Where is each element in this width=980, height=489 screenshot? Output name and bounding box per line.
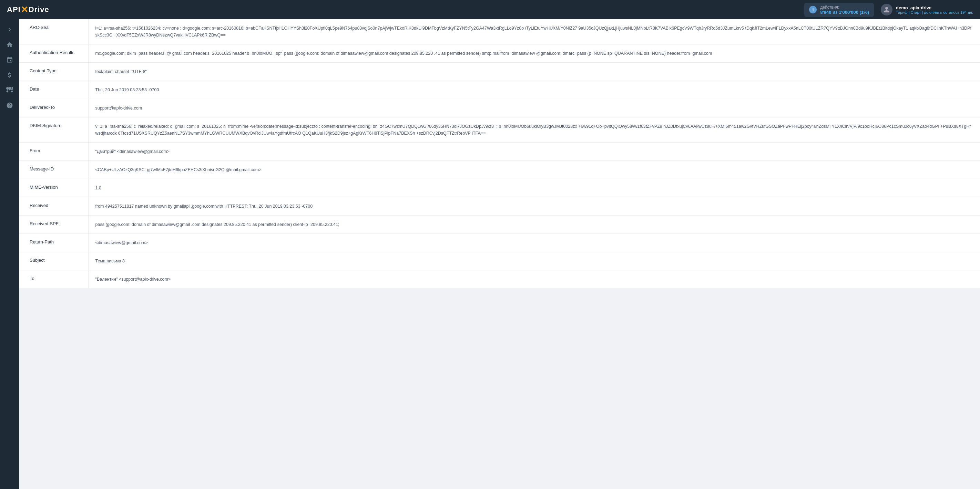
header-field-value: <dimasawiew@gmail.com> bbox=[88, 234, 980, 252]
table-row: MIME-Version1.0 bbox=[19, 179, 980, 197]
info-icon: i bbox=[809, 6, 817, 13]
table-row: To"Валентин" <support@apix-drive.com> bbox=[19, 270, 980, 289]
sidebar bbox=[0, 19, 19, 489]
sidebar-item-navigate[interactable] bbox=[3, 23, 16, 37]
logo-x: ✕ bbox=[21, 5, 29, 15]
email-headers-table: ARC-Seali=1; a=rsa-sha256; t=1561026234;… bbox=[19, 19, 980, 288]
user-name: demo_apix-drive bbox=[896, 5, 973, 10]
main-content: ARC-Seali=1; a=rsa-sha256; t=1561026234;… bbox=[19, 19, 980, 489]
header-field-value: "Валентин" <support@apix-drive.com> bbox=[88, 270, 980, 289]
logo: API✕Drive bbox=[7, 5, 49, 15]
layout: ARC-Seali=1; a=rsa-sha256; t=1561026234;… bbox=[0, 19, 980, 489]
header-field-value: support@apix-drive.com bbox=[88, 99, 980, 117]
header-field-value: mx.google.com; dkim=pass header.i=@ gmai… bbox=[88, 44, 980, 63]
header-field-value: <CABp+ULzAOzQ3qKSC_gj7wfMcE7jtdH6kpoZEHC… bbox=[88, 161, 980, 179]
actions-text: действия: 8'940 из 1'000'000 (1%) bbox=[820, 5, 869, 15]
logo-drive: Drive bbox=[29, 5, 49, 14]
header-field-name: Received-SPF bbox=[19, 216, 88, 234]
header-field-value: Thu, 20 Jun 2019 03:23:53 -0700 bbox=[88, 81, 980, 99]
sidebar-item-help[interactable] bbox=[3, 98, 16, 112]
table-row: Receivedfrom 494257511817 named unknown … bbox=[19, 197, 980, 216]
table-row: ARC-Seali=1; a=rsa-sha256; t=1561026234;… bbox=[19, 19, 980, 44]
actions-count: 8'940 из 1'000'000 (1%) bbox=[820, 10, 869, 15]
table-row: Received-SPFpass (google.com: domain of … bbox=[19, 216, 980, 234]
table-row: Authentication-Resultsmx.google.com; dki… bbox=[19, 44, 980, 63]
header-field-value: "Дмитрий" <dimasawiew@gmail.com> bbox=[88, 143, 980, 161]
user-info: demo_apix-drive Тариф | Старт | до оплат… bbox=[896, 5, 973, 14]
header-field-name: Return-Path bbox=[19, 234, 88, 252]
header-field-name: From bbox=[19, 143, 88, 161]
sidebar-item-billing[interactable] bbox=[3, 68, 16, 82]
header-field-value: i=1; a=rsa-sha256; t=1561026234; cv=none… bbox=[88, 19, 980, 44]
header-field-name: Message-ID bbox=[19, 161, 88, 179]
header-field-value: 1.0 bbox=[88, 179, 980, 197]
header: API✕Drive i действия: 8'940 из 1'000'000… bbox=[0, 0, 980, 19]
user-icon bbox=[883, 6, 890, 13]
sidebar-item-work[interactable] bbox=[3, 83, 16, 97]
content-area: ARC-Seali=1; a=rsa-sha256; t=1561026234;… bbox=[19, 19, 980, 489]
header-field-value: text/plain; charset="UTF-8" bbox=[88, 63, 980, 81]
header-field-name: Received bbox=[19, 197, 88, 216]
header-field-name: MIME-Version bbox=[19, 179, 88, 197]
header-field-name: Authentication-Results bbox=[19, 44, 88, 63]
actions-panel: i действия: 8'940 из 1'000'000 (1%) bbox=[804, 3, 874, 17]
table-row: Content-Typetext/plain; charset="UTF-8" bbox=[19, 63, 980, 81]
header-field-name: Subject bbox=[19, 252, 88, 270]
header-right: i действия: 8'940 из 1'000'000 (1%) demo… bbox=[804, 3, 973, 17]
header-field-name: ARC-Seal bbox=[19, 19, 88, 44]
table-row: Return-Path<dimasawiew@gmail.com> bbox=[19, 234, 980, 252]
header-field-name: DKIM-Signature bbox=[19, 117, 88, 143]
header-field-value: v=1; a=rsa-sha256; c=relaxed/relaxed; d=… bbox=[88, 117, 980, 143]
header-field-name: Content-Type bbox=[19, 63, 88, 81]
user-panel[interactable]: demo_apix-drive Тариф | Старт | до оплат… bbox=[881, 4, 973, 16]
header-field-value: pass (google.com: domain of dimasawiew@g… bbox=[88, 216, 980, 234]
header-field-value: from 494257511817 named unknown by gmail… bbox=[88, 197, 980, 216]
table-row: DKIM-Signaturev=1; a=rsa-sha256; c=relax… bbox=[19, 117, 980, 143]
table-row: Delivered-Tosupport@apix-drive.com bbox=[19, 99, 980, 117]
header-field-value: Тема письма 8 bbox=[88, 252, 980, 270]
header-field-name: Delivered-To bbox=[19, 99, 88, 117]
table-row: SubjectТема письма 8 bbox=[19, 252, 980, 270]
table-row: Message-ID<CABp+ULzAOzQ3qKSC_gj7wfMcE7jt… bbox=[19, 161, 980, 179]
table-row: DateThu, 20 Jun 2019 03:23:53 -0700 bbox=[19, 81, 980, 99]
logo-api: API bbox=[7, 5, 21, 14]
table-row: From"Дмитрий" <dimasawiew@gmail.com> bbox=[19, 143, 980, 161]
header-field-name: Date bbox=[19, 81, 88, 99]
actions-label: действия: bbox=[820, 5, 869, 10]
user-plan: Тариф | Старт | до оплаты осталось 194 д… bbox=[896, 10, 973, 14]
sidebar-item-connections[interactable] bbox=[3, 53, 16, 67]
sidebar-item-home[interactable] bbox=[3, 38, 16, 52]
header-field-name: To bbox=[19, 270, 88, 289]
avatar bbox=[881, 4, 892, 16]
